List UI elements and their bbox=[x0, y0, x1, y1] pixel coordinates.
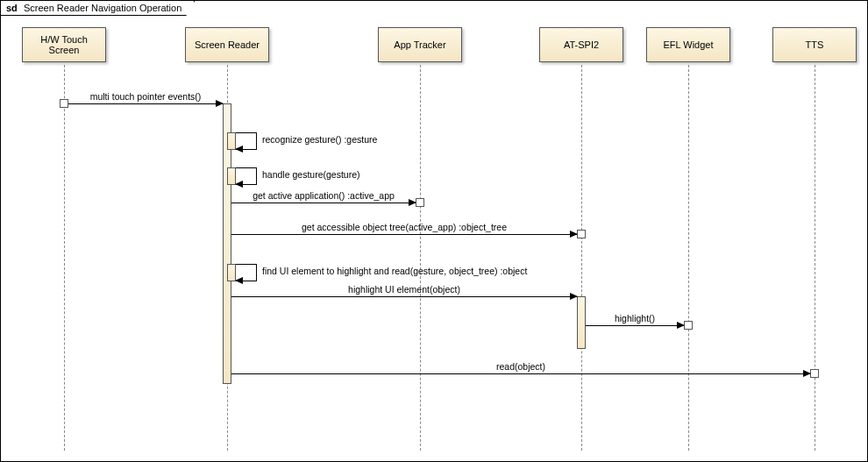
message-label: highlight UI element(object) bbox=[348, 284, 460, 295]
message-m5: get accessible object tree(active_app) :… bbox=[231, 234, 577, 235]
message-label: recognize gesture() :gesture bbox=[262, 134, 377, 145]
lifeline-head-tts: TTS bbox=[772, 27, 857, 62]
message-label: handle gesture(gesture) bbox=[262, 169, 360, 180]
message-label: highlight() bbox=[615, 313, 655, 323]
message-label: get active application() :active_app bbox=[253, 190, 395, 201]
lifeline-line-hw bbox=[64, 65, 65, 451]
message-label: read(object) bbox=[496, 361, 545, 372]
message-label: get accessible object tree(active_app) :… bbox=[302, 222, 507, 232]
message-label: multi touch pointer events() bbox=[90, 91, 202, 102]
lifeline-head-hw: H/W Touch Screen bbox=[22, 27, 106, 62]
lifeline-label: H/W Touch Screen bbox=[25, 34, 103, 55]
lifeline-line-app bbox=[420, 65, 421, 451]
lifeline-label: App Tracker bbox=[394, 39, 445, 50]
message-m2 bbox=[236, 132, 257, 150]
message-label: find UI element to highlight and read(ge… bbox=[262, 266, 527, 276]
lifeline-label: Screen Reader bbox=[195, 39, 260, 50]
lifeline-head-atspi: AT-SPI2 bbox=[539, 27, 623, 62]
lifeline-label: EFL Widget bbox=[663, 39, 713, 50]
activation-atspi-1 bbox=[577, 230, 586, 238]
activation-atspi-2 bbox=[577, 296, 586, 349]
activation-efl bbox=[684, 321, 693, 330]
sequence-diagram: sd Screen Reader Navigation Operation H/… bbox=[0, 0, 868, 462]
lifeline-label: AT-SPI2 bbox=[564, 39, 599, 50]
message-m8: highlight() bbox=[586, 325, 684, 326]
lifeline-line-tts bbox=[815, 65, 815, 451]
lifeline-head-sr: Screen Reader bbox=[185, 27, 269, 62]
lifeline-head-efl: EFL Widget bbox=[646, 27, 730, 62]
lifeline-line-efl bbox=[688, 65, 689, 451]
message-m1: multi touch pointer events() bbox=[68, 103, 223, 104]
lifeline-head-app: App Tracker bbox=[378, 27, 462, 62]
activation-tts bbox=[810, 369, 819, 378]
message-m6 bbox=[236, 264, 257, 281]
frame-prefix: sd bbox=[6, 3, 18, 13]
message-m7: highlight UI element(object) bbox=[231, 296, 577, 297]
lifeline-line-atspi bbox=[581, 65, 582, 451]
frame-title: Screen Reader Navigation Operation bbox=[24, 3, 181, 13]
message-m9: read(object) bbox=[231, 373, 810, 374]
message-m3 bbox=[236, 167, 257, 185]
frame-tab: sd Screen Reader Navigation Operation bbox=[1, 1, 195, 16]
activation-hw bbox=[60, 99, 68, 108]
message-m4: get active application() :active_app bbox=[231, 203, 416, 203]
lifeline-label: TTS bbox=[806, 39, 824, 50]
activation-app bbox=[416, 198, 424, 207]
